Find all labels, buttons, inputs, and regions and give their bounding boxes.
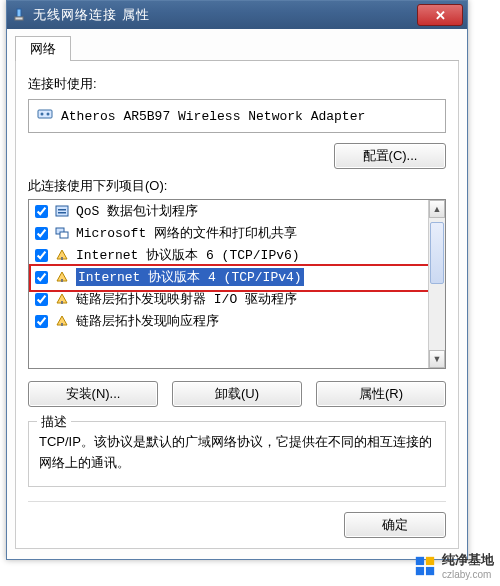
- watermark-text: 纯净基地: [442, 551, 494, 569]
- adapter-name: Atheros AR5B97 Wireless Network Adapter: [61, 109, 365, 124]
- description-group: 描述 TCP/IP。该协议是默认的广域网络协议，它提供在不同的相互连接的网络上的…: [28, 421, 446, 487]
- item-checkbox[interactable]: [35, 315, 48, 328]
- item-label: Microsoft 网络的文件和打印机共享: [76, 224, 297, 242]
- svg-rect-5: [56, 206, 68, 216]
- proto-icon: [54, 269, 70, 285]
- svg-rect-7: [58, 212, 66, 214]
- connect-using-label: 连接时使用:: [28, 75, 446, 93]
- list-item[interactable]: Internet 协议版本 6 (TCP/IPv6): [29, 244, 429, 266]
- configure-button[interactable]: 配置(C)...: [334, 143, 446, 169]
- scroll-down-button[interactable]: ▼: [429, 350, 445, 368]
- svg-rect-12: [61, 301, 63, 304]
- description-text: TCP/IP。该协议是默认的广域网络协议，它提供在不同的相互连接的网络上的通讯。: [39, 432, 435, 474]
- item-label: Internet 协议版本 4 (TCP/IPv4): [76, 268, 304, 286]
- item-label: Internet 协议版本 6 (TCP/IPv6): [76, 246, 300, 264]
- list-item[interactable]: Internet 协议版本 4 (TCP/IPv4): [29, 266, 429, 288]
- dialog-footer: 确定: [28, 501, 446, 538]
- svg-rect-11: [61, 279, 63, 282]
- ok-button[interactable]: 确定: [344, 512, 446, 538]
- item-checkbox[interactable]: [35, 249, 48, 262]
- items-label: 此连接使用下列项目(O):: [28, 177, 446, 195]
- list-item[interactable]: 链路层拓扑发现响应程序: [29, 310, 429, 332]
- uninstall-button[interactable]: 卸载(U): [172, 381, 302, 407]
- scroll-thumb[interactable]: [430, 222, 444, 284]
- list-item[interactable]: Microsoft 网络的文件和打印机共享: [29, 222, 429, 244]
- proto-icon: [54, 313, 70, 329]
- scrollbar[interactable]: ▲ ▼: [428, 200, 445, 368]
- item-checkbox[interactable]: [35, 271, 48, 284]
- item-checkbox[interactable]: [35, 205, 48, 218]
- scroll-track[interactable]: [429, 218, 445, 350]
- proto-icon: [54, 291, 70, 307]
- svg-point-3: [41, 113, 44, 116]
- content-area: 网络 连接时使用: Atheros AR5B97 Wireless Networ…: [7, 29, 467, 559]
- svg-rect-13: [61, 323, 63, 326]
- svg-point-4: [47, 113, 50, 116]
- list-item[interactable]: 链路层拓扑发现映射器 I/O 驱动程序: [29, 288, 429, 310]
- item-label: 链路层拓扑发现映射器 I/O 驱动程序: [76, 290, 297, 308]
- svg-rect-17: [426, 566, 434, 574]
- watermark-sub: czlaby.com: [442, 569, 494, 580]
- window-title: 无线网络连接 属性: [33, 6, 417, 24]
- tab-network[interactable]: 网络: [15, 36, 71, 61]
- svg-rect-9: [60, 232, 68, 238]
- share-icon: [54, 225, 70, 241]
- components-listbox[interactable]: QoS 数据包计划程序Microsoft 网络的文件和打印机共享Internet…: [28, 199, 446, 369]
- adapter-box: Atheros AR5B97 Wireless Network Adapter: [28, 99, 446, 133]
- svg-rect-15: [426, 556, 434, 564]
- svg-rect-10: [61, 257, 63, 260]
- install-button[interactable]: 安装(N)...: [28, 381, 158, 407]
- svg-rect-1: [15, 17, 23, 20]
- action-buttons: 安装(N)... 卸载(U) 属性(R): [28, 381, 446, 407]
- properties-button[interactable]: 属性(R): [316, 381, 446, 407]
- item-label: QoS 数据包计划程序: [76, 202, 198, 220]
- list-item[interactable]: QoS 数据包计划程序: [29, 200, 429, 222]
- svg-rect-16: [416, 566, 424, 574]
- svg-rect-6: [58, 209, 66, 211]
- scroll-up-button[interactable]: ▲: [429, 200, 445, 218]
- tab-strip: 网络: [15, 35, 459, 61]
- qos-icon: [54, 203, 70, 219]
- description-legend: 描述: [37, 413, 71, 431]
- tab-panel: 连接时使用: Atheros AR5B97 Wireless Network A…: [15, 61, 459, 549]
- svg-rect-2: [38, 110, 52, 118]
- network-icon: [11, 7, 27, 23]
- close-icon: ✕: [435, 8, 446, 23]
- proto-icon: [54, 247, 70, 263]
- close-button[interactable]: ✕: [417, 4, 463, 26]
- adapter-icon: [37, 106, 53, 126]
- watermark-logo-icon: [414, 555, 436, 577]
- item-checkbox[interactable]: [35, 293, 48, 306]
- item-checkbox[interactable]: [35, 227, 48, 240]
- properties-window: 无线网络连接 属性 ✕ 网络 连接时使用: Atheros AR5B97 Wir…: [6, 0, 468, 560]
- titlebar[interactable]: 无线网络连接 属性 ✕: [7, 1, 467, 29]
- svg-rect-14: [416, 556, 424, 564]
- watermark: 纯净基地 czlaby.com: [414, 551, 494, 580]
- item-label: 链路层拓扑发现响应程序: [76, 312, 219, 330]
- svg-rect-0: [17, 9, 21, 17]
